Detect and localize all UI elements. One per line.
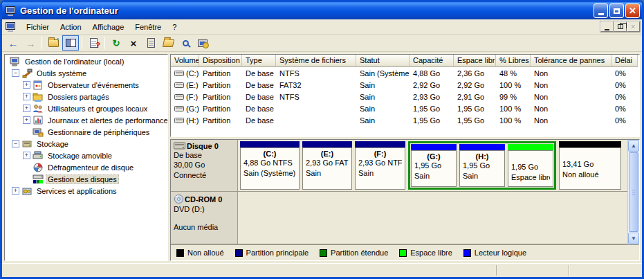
column-header-espace-libre[interactable]: Espace libre [454, 55, 496, 67]
partition-block-g[interactable]: (G:)1,95 GoSain [411, 144, 457, 187]
volume-cell: (G:) [171, 105, 199, 113]
expand-plus-icon[interactable]: + [23, 93, 30, 100]
partition-status: Sain [414, 171, 453, 181]
maximize-button[interactable] [609, 3, 624, 18]
tree-item-utilisateurs-et-groupes-locaux[interactable]: +Utilisateurs et groupes locaux [5, 102, 167, 114]
tree-item-dossiers-partag-s[interactable]: +Dossiers partagés [5, 91, 167, 102]
disk0-band: Disque 0De base30,00 GoConnecté(C:)4,88 … [171, 140, 627, 192]
menu-item-action[interactable]: Action [55, 21, 87, 33]
volume-row[interactable]: (G:)PartitionDe baseSain1,95 Go1,95 Go10… [171, 102, 639, 114]
column-header-volume[interactable]: Volume [171, 55, 199, 67]
legend-color-swatch [399, 249, 407, 257]
show-hide-tree-icon[interactable] [62, 35, 79, 51]
tree-item-d-fragmenteur-de-disque[interactable]: Défragmenteur de disque [5, 161, 167, 173]
help-icon[interactable]: ? [85, 35, 102, 51]
partition-block-f[interactable]: (F:)2,93 Go NTFSSain [355, 141, 405, 190]
menu-item-affichage[interactable]: Affichage [87, 21, 130, 33]
refresh-icon[interactable]: ↻ [108, 35, 125, 51]
partition-label: 13,41 GoNon alloué [559, 147, 621, 190]
menu-item-item[interactable]: ? [167, 21, 182, 33]
console-tree: Gestion de l'ordinateur (local)−Outils s… [4, 54, 168, 261]
volume-cell: 0% [611, 93, 638, 101]
menu-item-fichier[interactable]: Fichier [21, 21, 55, 33]
event-icon [33, 80, 44, 91]
column-header-statut[interactable]: Statut [356, 55, 410, 67]
partition-color-bar [411, 144, 457, 150]
column-header-libres[interactable]: % Libres [496, 55, 531, 67]
column-header-type[interactable]: Type [242, 55, 276, 67]
partition-legend: Non allouéPartition principalePartition … [171, 244, 639, 260]
tree-item-gestionnaire-de-p-riph-riques[interactable]: Gestionnaire de périphériques [5, 126, 167, 138]
expand-plus-icon[interactable]: + [23, 152, 30, 159]
open-folder-icon[interactable] [160, 35, 176, 51]
volume-cell: Non [531, 105, 611, 113]
partition-block-e[interactable]: (E:)2,93 Go FAT32Sain [302, 141, 352, 190]
tools-icon [21, 68, 33, 79]
volume-row[interactable]: (F:)PartitionDe baseNTFSSain2,93 Go2,91 … [171, 91, 639, 102]
mdi-restore-button[interactable] [614, 21, 627, 32]
partition-block-espace-libre[interactable]: 1,95 GoEspace libre [508, 144, 553, 187]
column-header-syst-me-de-fichiers[interactable]: Système de fichiers [276, 55, 356, 67]
tree-item-label: Outils système [35, 69, 89, 78]
volume-row[interactable]: (H:)PartitionDe baseSain1,95 Go1,95 Go10… [171, 114, 639, 126]
volume-cell: 2,92 Go [454, 81, 496, 89]
column-header-disposition[interactable]: Disposition [199, 55, 242, 67]
minimize-button[interactable] [594, 3, 608, 18]
tree-item-gestion-des-disques[interactable]: Gestion des disques [5, 173, 167, 185]
column-header-d-lai[interactable]: Délai [611, 55, 638, 67]
up-one-level-icon[interactable]: ↑ [45, 35, 62, 51]
partition-block-h[interactable]: (H:)1,95 GoSain [459, 144, 505, 187]
volume-cell: 48 % [496, 69, 531, 78]
delete-icon[interactable]: × [125, 35, 142, 51]
vertical-scrollbar[interactable]: ▲ ▼ [627, 140, 639, 244]
partition-block-c[interactable]: (C:)4,88 Go NTFSSain (Système) [240, 141, 300, 190]
legend-label: Espace libre [410, 249, 452, 257]
scroll-up-arrow[interactable]: ▲ [628, 140, 639, 152]
back-icon[interactable]: ← [5, 35, 21, 51]
disk0-info[interactable]: Disque 0De base30,00 GoConnecté [171, 140, 238, 191]
partition-color-bar [355, 141, 405, 147]
title-bar[interactable]: Gestion de l'ordinateur ✕ [2, 2, 642, 19]
cdrom-info[interactable]: CD-ROM 0DVD (D:)Aucun média [171, 192, 238, 244]
expand-plus-icon[interactable]: + [23, 116, 30, 124]
volume-cell: Partition [199, 81, 242, 89]
menu-item-fen-tre[interactable]: Fenêtre [129, 21, 167, 33]
partition-block-non-allou[interactable]: 13,41 GoNon alloué [559, 141, 621, 190]
mdi-minimize-button[interactable] [600, 21, 614, 32]
properties-icon[interactable] [142, 35, 159, 51]
volume-row[interactable]: (C:)PartitionDe baseNTFSSain (Système)4,… [171, 67, 639, 79]
forward-icon[interactable]: → [22, 35, 39, 51]
tree-item-journaux-et-alertes-de-performance[interactable]: +Journaux et alertes de performance [5, 114, 167, 126]
partition-color-bar [508, 144, 553, 150]
volume-cell: 2,36 Go [454, 69, 496, 78]
disk0-info-line: Connecté [174, 170, 236, 180]
volume-row[interactable]: (E:)PartitionDe baseFAT32Sain2,92 Go2,92… [171, 79, 639, 91]
tree-item-services-et-applications[interactable]: +Services et applications [5, 185, 167, 197]
volume-cell: 1,95 Go [410, 116, 454, 125]
tree-item-gestion-de-l-ordinateur-local[interactable]: Gestion de l'ordinateur (local) [5, 55, 167, 67]
tree-item-stockage-amovible[interactable]: +Stockage amovible [5, 150, 167, 161]
status-bar [2, 263, 642, 277]
close-button[interactable]: ✕ [625, 3, 640, 18]
legend-color-swatch [320, 249, 327, 257]
partition-status: Sain [306, 168, 349, 179]
tree-item-observateur-d-v-nements[interactable]: +Observateur d'événements [5, 79, 167, 91]
column-header-tol-rance-de-pannes[interactable]: Tolérance de pannes [531, 55, 611, 67]
console-settings-icon[interactable] [194, 35, 211, 51]
column-header-capacit[interactable]: Capacité [410, 55, 454, 67]
expand-plus-icon[interactable]: + [23, 81, 30, 89]
scrollbar-thumb[interactable] [629, 152, 638, 232]
find-icon[interactable] [177, 35, 194, 51]
collapse-minus-icon[interactable]: − [12, 69, 19, 77]
tree-item-outils-syst-me[interactable]: −Outils système [5, 67, 167, 79]
tree-item-stockage[interactable]: −Stockage [5, 138, 167, 150]
storage-icon [21, 138, 33, 150]
volume-cell: 2,92 Go [410, 81, 454, 89]
scroll-down-arrow[interactable]: ▼ [628, 233, 639, 244]
expand-plus-icon[interactable]: + [23, 105, 30, 112]
expand-plus-icon[interactable]: + [12, 187, 19, 195]
partition-size: 1,95 Go [511, 162, 550, 172]
collapse-minus-icon[interactable]: − [12, 140, 19, 147]
volume-cell: (E:) [171, 81, 199, 89]
partition-size: 2,93 Go NTFS [358, 158, 402, 168]
